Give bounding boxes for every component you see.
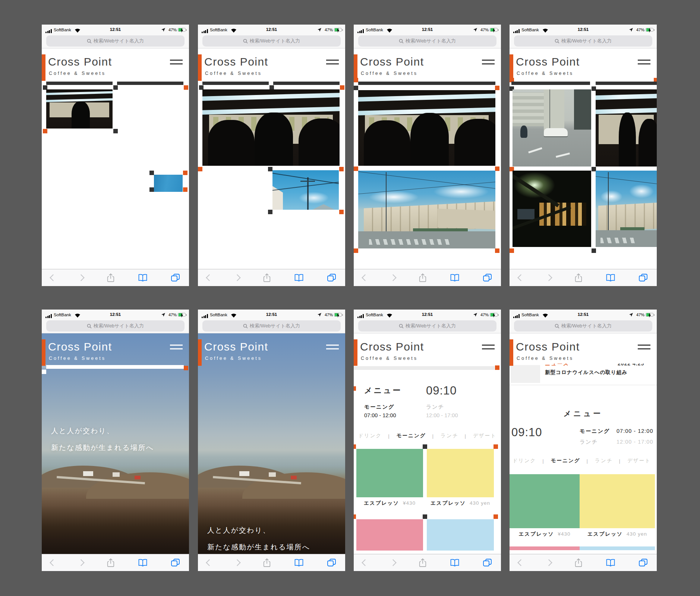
hamburger-menu-button[interactable] xyxy=(326,60,339,66)
hours-lunch: ランチ 12:00 - 17:00 xyxy=(426,403,458,418)
tabs-icon[interactable] xyxy=(638,273,648,282)
share-icon[interactable] xyxy=(574,273,583,283)
forward-icon[interactable] xyxy=(234,274,240,281)
menu-item-image-1[interactable] xyxy=(510,474,580,528)
menu-item-image-4[interactable] xyxy=(427,519,494,551)
tabs-icon[interactable] xyxy=(327,558,336,567)
tabs-icon[interactable] xyxy=(171,558,180,567)
search-input[interactable]: 検索/Webサイト名入力 xyxy=(514,35,652,47)
share-icon[interactable] xyxy=(263,273,271,283)
gallery-photo-arcade-cropped[interactable] xyxy=(596,89,657,167)
bookmarks-icon[interactable] xyxy=(294,559,304,567)
gallery-photo-apartments-cropped[interactable] xyxy=(596,171,657,247)
search-input[interactable]: 検索/Webサイト名入力 xyxy=(46,320,185,332)
hours-lunch-time: 12:00 - 17:00 xyxy=(617,439,653,445)
bookmarks-icon[interactable] xyxy=(450,559,460,567)
menu-item-image-3[interactable] xyxy=(356,519,423,551)
tabs-icon[interactable] xyxy=(327,273,336,282)
gallery-photo-apartments[interactable] xyxy=(358,171,495,248)
site-title: Cross Point xyxy=(516,339,580,354)
back-icon[interactable] xyxy=(50,274,56,281)
hamburger-menu-button[interactable] xyxy=(638,60,650,66)
bookmarks-icon[interactable] xyxy=(138,274,148,282)
loading-marker xyxy=(354,386,356,391)
loading-marker xyxy=(42,370,46,374)
share-icon[interactable] xyxy=(263,558,271,568)
forward-icon[interactable] xyxy=(234,559,240,566)
forward-icon[interactable] xyxy=(78,274,84,281)
bookmarks-icon[interactable] xyxy=(606,274,615,282)
bookmarks-icon[interactable] xyxy=(606,559,615,567)
hamburger-menu-button[interactable] xyxy=(170,345,183,351)
tab-drink[interactable]: ドリンク xyxy=(358,432,382,439)
tab-lunch[interactable]: ランチ xyxy=(595,457,612,464)
menu-clock: 09:10 xyxy=(426,384,457,397)
tabs-icon[interactable] xyxy=(171,273,180,282)
forward-icon[interactable] xyxy=(545,274,552,281)
share-icon[interactable] xyxy=(107,558,115,568)
back-icon[interactable] xyxy=(517,559,524,566)
forward-icon[interactable] xyxy=(78,559,84,566)
hamburger-menu-button[interactable] xyxy=(638,345,650,351)
tab-morning[interactable]: モーニング xyxy=(397,432,426,439)
phone-7-menu-editing: SoftBank 12:51 47% 検索/Webサイト名入力 Cross Po… xyxy=(354,310,501,571)
bookmarks-icon[interactable] xyxy=(294,274,304,282)
search-input[interactable]: 検索/Webサイト名入力 xyxy=(358,35,496,47)
gallery-photo-arcade-crop[interactable] xyxy=(46,89,113,129)
back-icon[interactable] xyxy=(50,559,56,566)
status-bar: SoftBank 12:51 47% xyxy=(510,310,657,319)
gallery-photo-night[interactable] xyxy=(513,171,591,247)
back-icon[interactable] xyxy=(206,559,212,566)
hamburger-menu-button[interactable] xyxy=(482,60,495,66)
forward-icon[interactable] xyxy=(390,274,396,281)
share-icon[interactable] xyxy=(419,558,427,568)
hero-tagline-line-2: 新たな感動が生まれる場所へ xyxy=(51,439,154,456)
share-icon[interactable] xyxy=(419,273,427,283)
gallery-photo-arcade[interactable] xyxy=(202,89,340,166)
back-icon[interactable] xyxy=(362,274,368,281)
share-icon[interactable] xyxy=(574,558,583,568)
forward-icon[interactable] xyxy=(390,559,396,566)
menu-item-image-2[interactable] xyxy=(427,449,494,497)
tab-morning[interactable]: モーニング xyxy=(551,457,580,464)
hours-morning: モーニング 07:00 - 12:00 xyxy=(364,403,396,418)
share-icon[interactable] xyxy=(107,273,115,283)
menu-item-label-1: エスプレッソ¥430 xyxy=(510,531,580,538)
tabs-icon[interactable] xyxy=(483,273,492,282)
safari-toolbar xyxy=(354,269,501,286)
bookmarks-icon[interactable] xyxy=(138,559,148,567)
tabs-icon[interactable] xyxy=(483,558,492,567)
gallery-photo-arcade[interactable] xyxy=(358,90,495,166)
gallery-photo-street[interactable] xyxy=(513,89,591,167)
news-headline[interactable]: 新型コロナウイルスへの取り組み xyxy=(545,369,627,376)
back-icon[interactable] xyxy=(517,274,524,281)
menu-item-image-2[interactable] xyxy=(580,474,655,528)
tabs-icon[interactable] xyxy=(638,558,648,567)
site-header: Cross Point Coffee & Sweets xyxy=(42,54,189,81)
search-input[interactable]: 検索/Webサイト名入力 xyxy=(358,320,496,332)
loading-marker xyxy=(354,444,356,449)
search-input[interactable]: 検索/Webサイト名入力 xyxy=(202,320,341,332)
menu-item-image-1[interactable] xyxy=(356,449,423,497)
forward-icon[interactable] xyxy=(545,559,552,566)
hamburger-menu-button[interactable] xyxy=(170,60,183,66)
search-input[interactable]: 検索/Webサイト名入力 xyxy=(46,35,185,47)
gallery-photo-sky[interactable] xyxy=(272,170,339,210)
menu-tabs: ドリンク | モーニング | ランチ | デザート xyxy=(513,457,653,464)
search-placeholder: 検索/Webサイト名入力 xyxy=(561,38,612,44)
header-accent-bar xyxy=(510,54,513,81)
hamburger-menu-button[interactable] xyxy=(326,345,339,351)
clock-label: 12:51 xyxy=(510,312,657,317)
tab-dessert[interactable]: デザート xyxy=(627,457,651,464)
tab-dessert[interactable]: デザート xyxy=(473,432,496,439)
browser-chrome: SoftBank 12:51 47% 検索/Webサイト名入力 xyxy=(510,25,657,48)
back-icon[interactable] xyxy=(362,559,368,566)
bookmarks-icon[interactable] xyxy=(450,274,460,282)
search-input[interactable]: 検索/Webサイト名入力 xyxy=(202,35,341,47)
hamburger-menu-button[interactable] xyxy=(482,345,495,351)
back-icon[interactable] xyxy=(206,274,212,281)
tab-drink[interactable]: ドリンク xyxy=(513,457,536,464)
search-input[interactable]: 検索/Webサイト名入力 xyxy=(514,320,652,332)
tab-lunch[interactable]: ランチ xyxy=(441,432,458,439)
header-accent-bar xyxy=(42,54,45,81)
